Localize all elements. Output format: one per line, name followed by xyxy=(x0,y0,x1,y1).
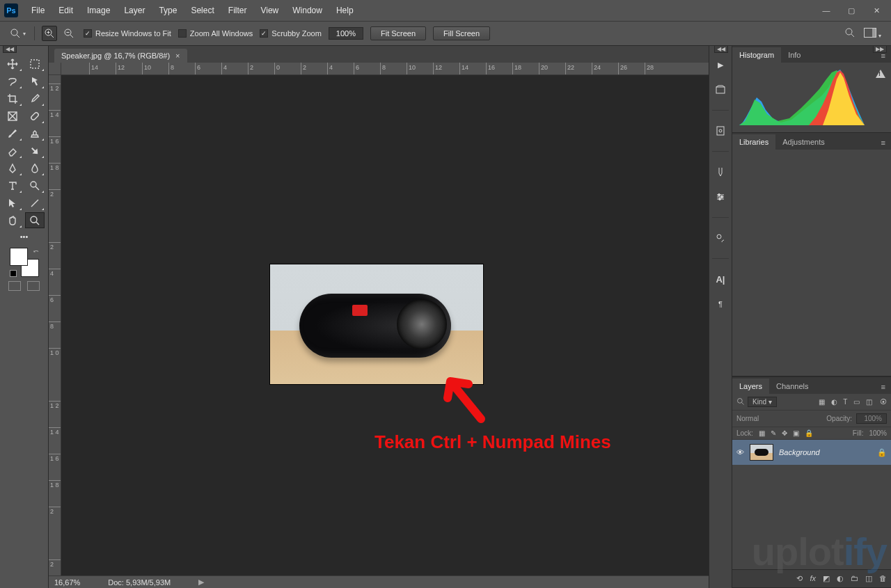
layer-mask-icon[interactable]: ◩ xyxy=(823,574,830,583)
tab-adjustments[interactable]: Adjustments xyxy=(775,134,832,150)
tool-preset-dropdown[interactable]: ▾ xyxy=(7,26,35,40)
filter-pixel-icon[interactable]: ▦ xyxy=(817,398,827,406)
eyedropper-tool[interactable] xyxy=(25,90,45,106)
default-colors-icon[interactable] xyxy=(10,270,17,277)
menu-file[interactable]: File xyxy=(25,3,51,18)
gradient-tool[interactable] xyxy=(25,143,45,159)
type-tool[interactable] xyxy=(3,177,22,193)
adjustment-layer-icon[interactable]: ◐ xyxy=(837,574,844,583)
maximize-button[interactable]: ▢ xyxy=(845,4,858,17)
marquee-tool[interactable] xyxy=(25,56,45,72)
menu-filter[interactable]: Filter xyxy=(222,3,253,18)
frame-tool[interactable] xyxy=(3,108,22,124)
menu-layer[interactable]: Layer xyxy=(118,3,151,18)
filter-adjust-icon[interactable]: ◐ xyxy=(829,398,839,406)
ruler-vertical[interactable]: 1 2 1 4 1 6 1 8 2 2 4 6 8 1 0 1 2 1 4 1 … xyxy=(49,75,61,575)
fill-value[interactable]: 100% xyxy=(869,429,887,437)
close-button[interactable]: ✕ xyxy=(870,4,883,17)
actions-panel-icon[interactable]: ▶ xyxy=(713,57,728,72)
paragraph-panel-icon[interactable]: ¶ xyxy=(713,296,728,312)
pen-tool[interactable] xyxy=(3,160,22,176)
filter-shape-icon[interactable]: ▭ xyxy=(851,398,862,406)
zoom-all-checkbox[interactable]: Zoom All Windows xyxy=(178,29,253,38)
resize-windows-checkbox[interactable]: Resize Windows to Fit xyxy=(84,29,171,38)
lock-all-icon[interactable]: 🔒 xyxy=(805,429,813,437)
menu-help[interactable]: Help xyxy=(330,3,360,18)
foreground-color-swatch[interactable] xyxy=(10,248,28,266)
properties-panel-icon[interactable] xyxy=(713,123,728,138)
ruler-origin[interactable] xyxy=(49,63,61,75)
menu-edit[interactable]: Edit xyxy=(52,3,79,18)
tab-libraries[interactable]: Libraries xyxy=(732,134,775,150)
visibility-icon[interactable]: 👁 xyxy=(736,448,744,456)
filter-toggle-icon[interactable]: ⦿ xyxy=(880,398,887,406)
filter-smart-icon[interactable]: ◫ xyxy=(864,398,874,406)
opacity-value[interactable]: 100% xyxy=(856,413,887,424)
path-select-tool[interactable] xyxy=(3,195,22,211)
layer-fx-icon[interactable]: fx xyxy=(810,574,816,583)
zoom-tool[interactable] xyxy=(25,212,45,228)
lock-position-icon[interactable]: ✥ xyxy=(782,429,787,437)
strip-collapse-icon[interactable]: ◀◀ xyxy=(714,46,728,53)
status-menu-icon[interactable]: ▶ xyxy=(198,578,204,587)
crop-tool[interactable] xyxy=(3,90,22,106)
eraser-tool[interactable] xyxy=(3,143,22,159)
lock-transparent-icon[interactable]: ▦ xyxy=(759,429,765,437)
canvas-viewport[interactable]: Tekan Ctrl + Numpad Mines xyxy=(61,75,709,575)
tools-collapse-icon[interactable]: ◀◀ xyxy=(3,46,17,53)
panels-collapse-icon[interactable]: ▶▶ xyxy=(873,46,887,53)
search-icon[interactable] xyxy=(844,27,855,40)
layer-filter-kind[interactable]: Kind ▾ xyxy=(748,397,777,407)
lock-image-icon[interactable]: ✎ xyxy=(771,429,776,437)
status-doc-size[interactable]: Doc: 5,93M/5,93M xyxy=(108,578,171,587)
filter-type-icon[interactable]: T xyxy=(841,398,849,406)
layer-name[interactable]: Background xyxy=(779,448,820,456)
move-tool[interactable] xyxy=(3,56,22,72)
fill-screen-button[interactable]: Fill Screen xyxy=(433,26,490,40)
layer-group-icon[interactable]: 🗀 xyxy=(851,574,858,583)
clone-source-panel-icon[interactable] xyxy=(713,230,728,246)
brush-settings-panel-icon[interactable] xyxy=(713,189,728,205)
workspace-switcher-icon[interactable]: ▾ xyxy=(864,28,881,39)
tab-channels[interactable]: Channels xyxy=(769,379,815,394)
libraries-panel-menu-icon[interactable]: ≡ xyxy=(876,136,891,150)
link-layers-icon[interactable]: ⟲ xyxy=(796,574,803,583)
new-layer-icon[interactable]: ◫ xyxy=(865,574,872,583)
layer-thumbnail[interactable] xyxy=(750,444,773,461)
layer-filter-icons[interactable]: ▦ ◐ T ▭ ◫ xyxy=(817,398,874,406)
hand-tool[interactable] xyxy=(3,212,22,228)
zoom-out-button[interactable] xyxy=(61,26,77,41)
line-tool[interactable] xyxy=(25,195,45,211)
tab-info[interactable]: Info xyxy=(781,47,807,63)
document-tab[interactable]: Speaker.jpg @ 16,7% (RGB/8#) × xyxy=(54,49,187,63)
menu-type[interactable]: Type xyxy=(152,3,183,18)
clone-stamp-tool[interactable] xyxy=(25,125,45,141)
histogram-warning-icon[interactable] xyxy=(876,70,885,78)
minimize-button[interactable]: — xyxy=(820,4,833,17)
menu-select[interactable]: Select xyxy=(184,3,220,18)
close-tab-icon[interactable]: × xyxy=(175,51,180,60)
tab-layers[interactable]: Layers xyxy=(732,379,769,394)
brush-panel-icon[interactable] xyxy=(713,164,728,180)
status-zoom[interactable]: 16,67% xyxy=(54,578,80,587)
dodge-tool[interactable] xyxy=(25,177,45,193)
scrubby-zoom-checkbox[interactable]: Scrubby Zoom xyxy=(260,29,322,38)
zoom-in-button[interactable] xyxy=(42,26,57,41)
lock-artboard-icon[interactable]: ▣ xyxy=(793,429,799,437)
layer-lock-icon[interactable]: 🔒 xyxy=(877,448,887,457)
layer-background[interactable]: 👁 Background 🔒 xyxy=(732,440,891,465)
swap-colors-icon[interactable]: ⤺ xyxy=(33,248,39,255)
fit-screen-button[interactable]: Fit Screen xyxy=(370,26,426,40)
menu-window[interactable]: Window xyxy=(286,3,329,18)
spot-heal-tool[interactable] xyxy=(25,108,45,124)
screen-mode-icon[interactable] xyxy=(27,281,40,291)
history-panel-icon[interactable] xyxy=(713,82,728,97)
edit-toolbar-icon[interactable]: ••• xyxy=(0,228,48,245)
zoom-percent-field[interactable]: 100% xyxy=(329,27,363,40)
character-panel-icon[interactable]: A| xyxy=(713,271,728,287)
lasso-tool[interactable] xyxy=(3,73,22,89)
color-swatches[interactable]: ⤺ xyxy=(10,248,39,277)
menu-image[interactable]: Image xyxy=(81,3,116,18)
quick-select-tool[interactable] xyxy=(25,73,45,89)
brush-tool[interactable] xyxy=(3,125,22,141)
